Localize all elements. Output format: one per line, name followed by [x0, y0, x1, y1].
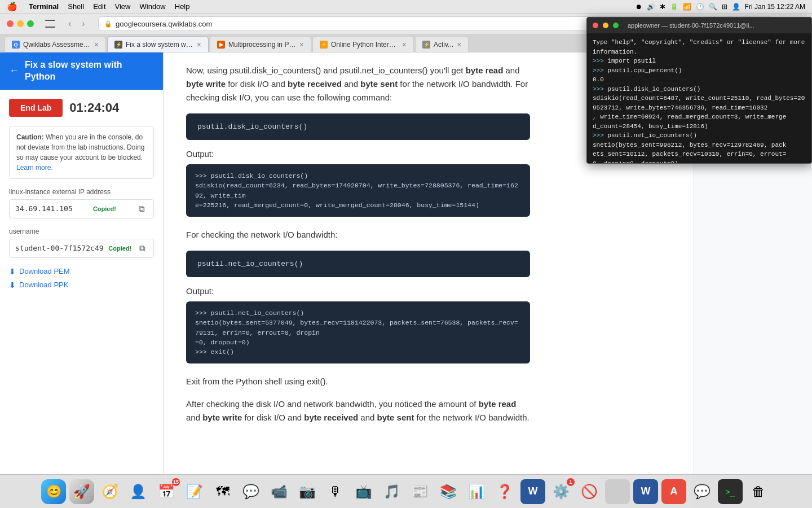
terminal-line-4: 0.0 — [593, 75, 806, 85]
dock-books[interactable]: 📚 — [436, 479, 461, 504]
tab-close-fix[interactable]: × — [197, 41, 201, 49]
tab-multiprocessing[interactable]: ▶ Multiprocessing in Python | Part... × — [210, 36, 311, 52]
lab-body: End Lab 01:24:04 Caution: When you are i… — [0, 90, 163, 508]
maximize-window-button[interactable] — [27, 20, 34, 27]
mac-menubar: 🍎 Terminal Shell Edit View Window Help ⏺… — [0, 0, 812, 14]
search-icon[interactable]: 🔍 — [709, 3, 717, 11]
lab-title: Fix a slow system with Python — [25, 59, 154, 83]
username-copy-button[interactable]: ⧉ — [136, 243, 148, 254]
menu-window[interactable]: Window — [140, 2, 166, 11]
tab-close-qwiklabs[interactable]: × — [94, 41, 99, 49]
close-window-button[interactable] — [7, 20, 14, 27]
dock-word2[interactable]: W — [633, 479, 658, 504]
terminal-body[interactable]: Type "help", "copyright", "credits" or "… — [587, 33, 811, 163]
disk-command-block: psutil.disk_io_counters() — [186, 113, 530, 140]
battery-icon: 🔋 — [670, 3, 678, 11]
apple-menu-icon[interactable]: 🍎 — [7, 2, 17, 12]
dock-blank[interactable] — [605, 479, 630, 504]
username-value: student-00-7f1572c49 — [15, 244, 104, 252]
tab-fix-slow[interactable]: ⚡ Fix a slow system with Python |... × — [107, 36, 209, 52]
download-ppk-icon: ⬇ — [9, 281, 16, 290]
tab-favicon-active: ⚡ — [422, 41, 430, 49]
dock-notes[interactable]: 📝 — [182, 479, 207, 504]
terminal-minimize-button[interactable] — [603, 23, 608, 28]
username-section: username student-00-7f1572c49 Copied! ⧉ — [9, 227, 154, 258]
tab-close-python[interactable]: × — [402, 41, 407, 49]
dock-news[interactable]: 📰 — [408, 479, 433, 504]
traffic-lights — [7, 20, 34, 27]
tab-active[interactable]: ⚡ Activ... × — [415, 36, 469, 52]
sidebar-toggle-button[interactable] — [45, 20, 55, 28]
end-lab-row: End Lab 01:24:04 — [9, 99, 154, 117]
lock-icon: 🔒 — [104, 20, 112, 28]
terminal-maximize-button[interactable] — [613, 23, 619, 28]
dock-finder[interactable]: 😊 — [41, 479, 66, 504]
dock-music[interactable]: 🎵 — [379, 479, 404, 504]
tab-close-active[interactable]: × — [457, 41, 461, 49]
tab-favicon-multi: ▶ — [217, 41, 225, 49]
ip-copy-button[interactable]: ⧉ — [136, 203, 148, 214]
dock-facetime[interactable]: 📹 — [267, 479, 292, 504]
lab-back-button[interactable]: ← — [9, 65, 19, 77]
dock-tv[interactable]: 📺 — [351, 479, 376, 504]
user-icon[interactable]: 👤 — [732, 3, 740, 11]
minimize-window-button[interactable] — [17, 20, 24, 27]
output-label-2: Output: — [186, 286, 530, 296]
content-inner: Now, using psutil.disk_io_counters() and… — [164, 52, 553, 456]
tab-qwiklabs[interactable]: Q Qwiklabs Assessment: Perform... × — [5, 36, 106, 52]
intro-paragraph: Now, using psutil.disk_io_counters() and… — [186, 64, 530, 104]
dock-no-entry[interactable]: 🚫 — [577, 479, 602, 504]
dock-safari[interactable]: 🧭 — [98, 479, 122, 504]
dock-calendar[interactable]: 📅 15 — [154, 479, 179, 504]
dock-trash[interactable]: 🗑 — [746, 479, 771, 504]
terminal-line-3: >>> psutil.cpu_percent() — [593, 66, 806, 76]
dock-charts[interactable]: 📊 — [464, 479, 489, 504]
tab-python-interpreter[interactable]: ⚡ Online Python Interpreter - onli... × — [312, 36, 414, 52]
dock-whatsapp[interactable]: 💬 — [690, 479, 714, 504]
exit-text: Exit from the Python shell using exit(). — [186, 375, 530, 388]
bluetooth-icon: ✱ — [660, 3, 665, 11]
menu-view[interactable]: View — [115, 2, 131, 11]
terminal-close-button[interactable] — [593, 23, 598, 28]
forward-button[interactable]: › — [78, 18, 89, 29]
volume-icon: 🔊 — [647, 3, 655, 11]
username-label: username — [9, 227, 154, 235]
terminal-line-5: >>> psutil.disk_io_counters() — [593, 85, 806, 94]
dock-photos[interactable]: 📷 — [295, 479, 320, 504]
dock: 😊 🚀 🧭 👤 📅 15 📝 🗺 💬 📹 📷 🎙 📺 🎵 📰 📚 📊 ❓ W ⚙… — [0, 474, 812, 508]
dock-contacts[interactable]: 👤 — [126, 479, 151, 504]
dock-podcast[interactable]: 🎙 — [323, 479, 348, 504]
download-links: ⬇ Download PEM ⬇ Download PPK — [9, 267, 154, 290]
terminal-line-2: >>> import psutil — [593, 56, 806, 66]
dock-maps[interactable]: 🗺 — [210, 479, 235, 504]
download-pem-link[interactable]: ⬇ Download PEM — [9, 267, 154, 276]
terminal-titlebar: appleowner — student-00-7f1572c49011@li.… — [587, 17, 811, 33]
dock-messages[interactable]: 💬 — [239, 479, 263, 504]
lab-timer: 01:24:04 — [69, 100, 119, 115]
lab-sidebar: ← Fix a slow system with Python End Lab … — [0, 52, 164, 508]
menu-edit[interactable]: Edit — [93, 2, 105, 11]
tab-close-multi[interactable]: × — [299, 41, 304, 49]
menu-shell[interactable]: Shell — [68, 2, 84, 11]
tab-favicon-fix: ⚡ — [114, 41, 122, 49]
tab-label-fix: Fix a slow system with Python |... — [126, 41, 193, 49]
menu-terminal[interactable]: Terminal — [29, 2, 59, 11]
disk-command-text: psutil.disk_io_counters() — [197, 122, 307, 131]
dock-help[interactable]: ❓ — [492, 479, 517, 504]
dock-settings[interactable]: ⚙️ 1 — [549, 479, 573, 504]
tab-label-qwiklabs: Qwiklabs Assessment: Perform... — [23, 41, 91, 49]
dock-word[interactable]: W — [520, 479, 545, 504]
dock-terminal[interactable]: >_ — [718, 479, 743, 504]
learn-more-link[interactable]: Learn more. — [16, 164, 53, 172]
tab-favicon-qwiklabs: Q — [12, 41, 20, 49]
dock-acrobat[interactable]: A — [661, 479, 686, 504]
control-center-icon[interactable]: ⊞ — [722, 3, 727, 11]
download-ppk-link[interactable]: ⬇ Download PPK — [9, 281, 154, 290]
end-lab-button[interactable]: End Lab — [9, 99, 63, 117]
menubar-time: Fri Jan 15 12:22 AM — [745, 3, 805, 11]
menu-help[interactable]: Help — [175, 2, 190, 11]
wifi-icon: 📶 — [683, 3, 691, 11]
back-button[interactable]: ‹ — [64, 18, 76, 29]
dock-launchpad[interactable]: 🚀 — [69, 479, 94, 504]
username-value-row: student-00-7f1572c49 Copied! ⧉ — [9, 239, 154, 258]
